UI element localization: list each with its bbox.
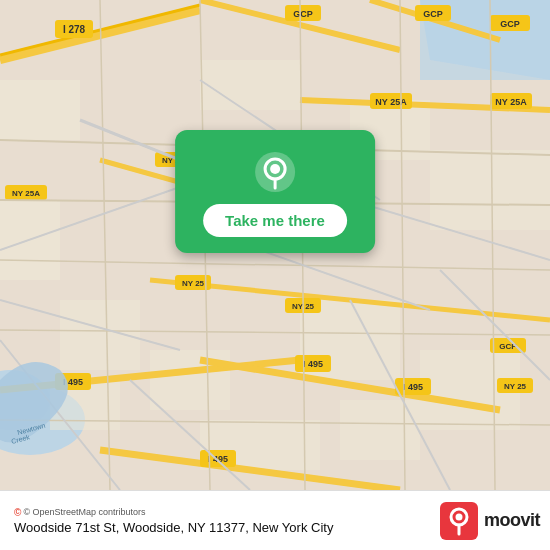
svg-text:GCP: GCP — [293, 9, 313, 19]
address-section: © © OpenStreetMap contributors Woodside … — [14, 507, 440, 535]
green-card: Take me there — [175, 130, 375, 253]
svg-text:NY 25A: NY 25A — [12, 189, 40, 198]
address-text: Woodside 71st St, Woodside, NY 11377, Ne… — [14, 520, 440, 535]
svg-text:I 278: I 278 — [63, 24, 86, 35]
take-me-there-button[interactable]: Take me there — [203, 204, 347, 237]
bottom-bar: © © OpenStreetMap contributors Woodside … — [0, 490, 550, 550]
osm-attribution: © © OpenStreetMap contributors — [14, 507, 440, 518]
navigation-card: Take me there — [175, 130, 375, 253]
moovit-icon — [440, 502, 478, 540]
svg-text:NY 25: NY 25 — [182, 279, 205, 288]
svg-text:GCP: GCP — [423, 9, 443, 19]
address-line2: City — [311, 520, 333, 535]
svg-point-89 — [455, 513, 462, 520]
svg-text:NY 25A: NY 25A — [495, 97, 527, 107]
osm-logo: © — [14, 507, 21, 518]
map-container: I 278 GCP GCP GCP NY 25A NY 25A NY 25 NY… — [0, 0, 550, 490]
svg-text:I 495: I 495 — [303, 359, 323, 369]
svg-rect-13 — [150, 350, 230, 410]
moovit-logo: moovit — [440, 502, 540, 540]
svg-text:NY 25: NY 25 — [504, 382, 527, 391]
osm-text: © OpenStreetMap contributors — [23, 507, 145, 517]
moovit-wordmark: moovit — [484, 510, 540, 531]
svg-rect-8 — [200, 60, 300, 110]
svg-point-85 — [270, 164, 280, 174]
svg-text:I 495: I 495 — [403, 382, 423, 392]
svg-rect-5 — [0, 80, 80, 140]
address-line1: Woodside 71st St, Woodside, NY 11377, Ne… — [14, 520, 307, 535]
svg-text:GCP: GCP — [500, 19, 520, 29]
location-pin-icon — [253, 150, 297, 194]
svg-rect-10 — [430, 150, 550, 230]
svg-text:NY 25A: NY 25A — [375, 97, 407, 107]
